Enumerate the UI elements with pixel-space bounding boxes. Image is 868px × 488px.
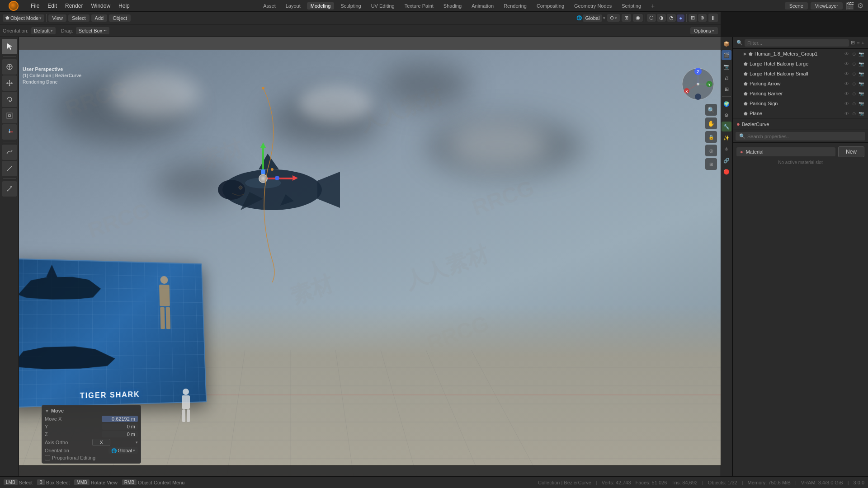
properties-modifier-btn[interactable]: 🔧 [722, 122, 731, 131]
annotate-line-tool[interactable] [2, 161, 17, 176]
select-tool[interactable] [2, 39, 17, 54]
properties-object-btn[interactable]: 📦 [722, 39, 731, 49]
scene-selector[interactable]: Scene [785, 2, 808, 9]
outliner-item-human[interactable]: ▶ ⬟ Human_1.8_Meters_Group1 👁 ⊙ 📷 [733, 49, 868, 59]
view-lock-btn[interactable]: 🔒 [705, 131, 717, 143]
snap-btn[interactable]: ⊞ [622, 14, 631, 22]
scene-icon[interactable]: 🎬 [845, 1, 854, 10]
outliner-item-plane[interactable]: ⬟ Plane 👁 ⊙ 📷 [733, 108, 868, 118]
viewport[interactable]: RRCG 素材 RRCG 素材 RRCG 人人素材 人人素材 RRCG [19, 37, 721, 476]
properties-render-btn[interactable]: 📷 [722, 61, 731, 71]
menu-edit[interactable]: Edit [44, 2, 61, 10]
header-scripting[interactable]: Scripting [618, 2, 645, 9]
options-btn[interactable]: Options▾ [690, 27, 718, 34]
vis-icon-pb2[interactable]: ⊙ [851, 91, 857, 96]
vis-icon-h1[interactable]: 👁 [844, 61, 850, 66]
header-rendering[interactable]: Rendering [500, 2, 530, 9]
vis-icon-3[interactable]: 📷 [858, 52, 864, 56]
properties-world-btn[interactable]: 🌍 [722, 99, 731, 109]
viewlayer-selector[interactable]: ViewLayer [811, 2, 843, 9]
rotate-tool[interactable] [2, 92, 17, 107]
outliner-sort-btn[interactable]: ≡ [857, 40, 859, 46]
material-slot[interactable]: ● Material [736, 147, 835, 156]
gizmo-btn[interactable]: ⊕ [698, 14, 707, 22]
prop-edit-checkbox[interactable] [45, 455, 50, 460]
shading-solid-btn[interactable]: ◑ [657, 14, 666, 22]
vis-icon-ps3[interactable]: 📷 [858, 101, 864, 106]
outliner-item-hotel-small[interactable]: ⬟ Large Hotel Balcony Small 👁 ⊙ 📷 [733, 69, 868, 79]
add-menu[interactable]: Add [91, 14, 108, 22]
vis-icon-s3[interactable]: 📷 [858, 71, 864, 76]
outliner-filter-input[interactable] [745, 39, 849, 47]
header-texture-paint[interactable]: Texture Paint [401, 2, 437, 9]
outliner-item-parking-sign[interactable]: ⬟ Parking Sign 👁 ⊙ 📷 [733, 99, 868, 108]
object-menu[interactable]: Object [109, 14, 131, 22]
pivot-btn[interactable]: ⊙▾ [607, 14, 620, 22]
outliner-item-hotel-large[interactable]: ⬟ Large Hotel Balcony Large 👁 ⊙ 📷 [733, 59, 868, 69]
vis-icon-pa1[interactable]: 👁 [844, 81, 850, 86]
vis-icon-h3[interactable]: 📷 [858, 61, 864, 66]
menu-file[interactable]: File [27, 2, 43, 10]
properties-obj-data-btn[interactable]: ⚙ [722, 110, 731, 120]
scale-tool[interactable] [2, 108, 17, 123]
mode-selector[interactable]: ⬟ Object Mode ▾ [3, 14, 44, 22]
move-z-value[interactable]: 0 m [102, 431, 138, 437]
header-shading[interactable]: Shading [440, 2, 465, 9]
outliner-item-parking-arrow[interactable]: ⬟ Parking Arrow 👁 ⊙ 📷 [733, 79, 868, 89]
properties-search-input[interactable] [747, 134, 862, 139]
shading-render-btn[interactable]: ● [677, 14, 684, 22]
header-geometry-nodes[interactable]: Geometry Nodes [571, 2, 615, 9]
properties-physics-btn[interactable]: ⚛ [722, 144, 731, 154]
measure-tool[interactable] [2, 181, 17, 197]
vis-icon-pa3[interactable]: 📷 [858, 81, 864, 86]
cursor-tool[interactable] [2, 59, 17, 75]
header-asset[interactable]: Asset [259, 2, 279, 9]
view-local-btn[interactable]: ◎ [705, 145, 717, 156]
proportional-btn[interactable]: ◉ [633, 14, 643, 22]
properties-particles-btn[interactable]: ✨ [722, 133, 731, 143]
vis-icon-pl1[interactable]: 👁 [844, 111, 850, 116]
view-zoom-btn[interactable]: 🔍 [705, 104, 717, 116]
vis-icon-ps1[interactable]: 👁 [844, 101, 850, 106]
outliner-item-parking-barrier[interactable]: ⬟ Parking Barrier 👁 ⊙ 📷 [733, 89, 868, 99]
overlay-btn[interactable]: ⊞ [689, 14, 697, 22]
vis-icon-s1[interactable]: 👁 [844, 71, 850, 76]
shading-wire-btn[interactable]: ⬡ [647, 14, 656, 22]
vis-icon-pa2[interactable]: ⊙ [851, 81, 857, 86]
properties-view-layer-btn[interactable]: ⊞ [722, 84, 731, 94]
properties-scene-btn[interactable]: 🎬 [722, 50, 731, 60]
move-x-value[interactable]: 0.62192 m [102, 416, 138, 422]
vis-icon-pb1[interactable]: 👁 [844, 91, 850, 96]
pause-btn[interactable]: ⏸ [708, 14, 718, 22]
default-orientation-btn[interactable]: Default▾ [31, 27, 56, 34]
view-toggle-btn[interactable]: ⊞ [705, 158, 717, 170]
orientation-row-value[interactable]: 🌐 Global ▾ [108, 447, 138, 454]
select-menu[interactable]: Select [68, 14, 90, 22]
properties-constraint-btn[interactable]: 🔗 [722, 155, 731, 165]
header-compositing[interactable]: Compositing [533, 2, 568, 9]
blender-logo[interactable] [0, 1, 27, 11]
move-y-value[interactable]: 0 m [102, 423, 138, 430]
global-btn[interactable]: Global [583, 14, 603, 22]
menu-window[interactable]: Window [87, 2, 114, 10]
vis-icon-2[interactable]: ⊙ [851, 52, 857, 56]
header-layout[interactable]: Layout [282, 2, 304, 9]
vis-icon-pb3[interactable]: 📷 [858, 91, 864, 96]
properties-material-btn[interactable]: 🔴 [722, 167, 731, 177]
navigation-gizmo[interactable]: Z Y X [680, 66, 716, 102]
menu-render[interactable]: Render [61, 2, 86, 10]
shading-material-btn[interactable]: ◔ [667, 14, 676, 22]
outliner-filter-btn[interactable]: ⊞ [851, 40, 855, 46]
properties-output-btn[interactable]: 🖨 [722, 73, 731, 83]
axis-select[interactable]: X [92, 439, 110, 446]
header-plus[interactable]: + [647, 1, 658, 10]
header-modeling[interactable]: Modeling [307, 2, 335, 9]
vis-icon-1[interactable]: 👁 [844, 52, 850, 56]
move-tool[interactable] [2, 75, 17, 91]
header-animation[interactable]: Animation [468, 2, 497, 9]
header-uv-editing[interactable]: UV Editing [368, 2, 398, 9]
vis-icon-pl2[interactable]: ⊙ [851, 111, 857, 116]
view-menu[interactable]: View [48, 14, 66, 22]
select-box-btn[interactable]: Select Box ~ [76, 27, 109, 34]
annotate-tool[interactable] [2, 145, 17, 160]
